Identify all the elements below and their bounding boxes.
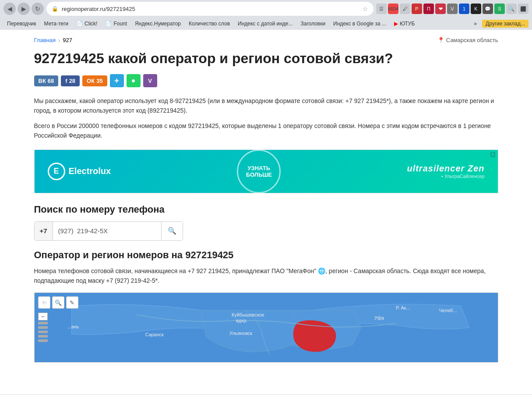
other-bookmarks-button[interactable]: Другие заклад...: [482, 20, 528, 28]
bookmark-yn-label: Яндекс.Нумератор: [135, 21, 181, 27]
operator-desc-text: Номера телефонов сотовой связи, начинающ…: [34, 267, 486, 284]
region-map[interactable]: ☜ 🔍 ✎ −: [34, 292, 498, 363]
bookmark-meta-label: Мета-теги: [44, 21, 69, 27]
svg-text:Ульяновск: Ульяновск: [229, 331, 252, 336]
bookmark-wc-label: Количество слов: [189, 21, 230, 27]
advertisement-banner[interactable]: i E Electrolux УЗНАТЬ БОЛЬШЕ ultrasilenc…: [34, 149, 498, 193]
viber-icon: V: [148, 78, 152, 84]
share-telegram-button[interactable]: ✈: [110, 74, 124, 87]
bookmark-translator-label: Переводчик: [7, 21, 36, 27]
svg-text:Р. Ак...: Р. Ак...: [396, 305, 410, 310]
breadcrumb-left: Главная › 927: [34, 37, 73, 43]
ad-right-content: ultrasilencer Zen • УльтраСайленсер: [407, 164, 484, 179]
browser-action-icons: ☰ 6604 🖊 P П ❤ V 1 K 💬 S 🔍 ⬛: [376, 4, 528, 14]
map-zoom-minus[interactable]: −: [38, 313, 48, 320]
electrolux-text: Electrolux: [69, 166, 111, 176]
lock-icon: 🔒: [52, 6, 58, 12]
map-toolbar: ☜ 🔍 ✎: [38, 296, 78, 309]
region-name: Самарская область: [446, 37, 498, 43]
ad-sub-text: • УльтраСайленсер: [407, 174, 484, 179]
back-button[interactable]: ◀: [4, 3, 16, 15]
extension-icon-6[interactable]: ❤: [435, 4, 446, 14]
bookmark-fount[interactable]: 📄 Fount: [102, 20, 130, 28]
breadcrumb: Главная › 927 📍 Самарская область: [34, 37, 498, 43]
zoom-bar-2: [38, 326, 48, 329]
share-ok-button[interactable]: ОК 35: [82, 75, 107, 86]
svg-text:Куйбышевское: Куйбышевское: [232, 313, 264, 318]
extension-icon-8[interactable]: 1: [459, 4, 469, 14]
extension-icon-3[interactable]: 🖊: [400, 4, 410, 14]
breadcrumb-home-link[interactable]: Главная: [34, 37, 56, 43]
address-bar[interactable]: 🔒 ☆: [46, 2, 373, 16]
bookmark-translator[interactable]: Переводчик: [4, 20, 40, 28]
zoom-bar-3: [38, 331, 48, 333]
fb-icon: f: [65, 78, 67, 84]
svg-text:...ань: ...ань: [67, 324, 79, 329]
bookmark-google-index[interactable]: Индекс в Google за ...: [330, 20, 390, 28]
extension-icon-7[interactable]: V: [447, 4, 458, 14]
extension-icon-13[interactable]: ⬛: [518, 4, 528, 14]
bookmark-yt-label: ЮТУБ: [400, 21, 415, 27]
page-content: Главная › 927 📍 Самарская область 927219…: [0, 30, 532, 394]
phone-search-section: Поиск по номеру телефона +7 🔍: [34, 204, 498, 241]
electrolux-icon: E: [48, 163, 65, 180]
fb-count: 28: [69, 78, 75, 84]
refresh-button[interactable]: ↻: [32, 3, 44, 15]
ad-badge: i: [490, 152, 495, 157]
map-zoom-tool[interactable]: 🔍: [52, 296, 64, 309]
extension-icon-1[interactable]: ☰: [376, 4, 387, 14]
vk-count: 68: [48, 78, 54, 84]
ad-cta-line2: БОЛЬШЕ: [246, 171, 272, 178]
bookmark-word-count[interactable]: Количество слов: [185, 20, 233, 28]
page-title: 927219425 какой оператор и регион сотово…: [34, 50, 498, 67]
bookmarks-bar: Переводчик Мета-теги 📄 Click! 📄 Fount Ян…: [0, 18, 532, 30]
bookmark-gi-label: Индекс в Google за ...: [333, 21, 386, 27]
ad-brand-name: ultrasilencer Zen: [407, 164, 484, 174]
breadcrumb-current: 927: [63, 37, 72, 43]
extension-icon-4[interactable]: P: [412, 4, 422, 14]
phone-search-button[interactable]: 🔍: [161, 222, 183, 240]
breadcrumb-separator: ›: [58, 37, 60, 43]
map-hand-tool[interactable]: ☜: [38, 296, 50, 309]
map-draw-tool[interactable]: ✎: [66, 296, 78, 309]
search-section-title: Поиск по номеру телефона: [34, 204, 498, 215]
extension-icon-10[interactable]: 💬: [483, 4, 493, 14]
bookmark-yandex-numerator[interactable]: Яндекс.Нумератор: [131, 20, 184, 28]
browser-topbar: ◀ ▶ ↻ 🔒 ☆ ☰ 6604 🖊 P П ❤ V 1 K 💬 S 🔍 ⬛: [0, 0, 532, 18]
bookmark-yt-icon: ▶: [394, 21, 398, 27]
extension-icon-2[interactable]: 6604: [388, 4, 398, 14]
bookmark-headers[interactable]: Заголовки: [297, 20, 329, 28]
extension-icon-12[interactable]: 🔍: [506, 4, 517, 14]
bookmark-click-icon: 📄: [76, 21, 83, 27]
ok-icon: ОК: [87, 78, 95, 84]
ad-logo: E Electrolux: [48, 163, 111, 180]
extension-icon-11[interactable]: S: [494, 4, 505, 14]
page-inner: Главная › 927 📍 Самарская область 927219…: [25, 30, 507, 378]
forward-button[interactable]: ▶: [18, 3, 30, 15]
share-viber-button[interactable]: V: [143, 74, 157, 87]
share-whatsapp-button[interactable]: ●: [127, 74, 141, 87]
extension-icon-5[interactable]: П: [423, 4, 434, 14]
phone-prefix: +7: [35, 222, 53, 240]
search-icon: 🔍: [168, 227, 176, 235]
ad-cta-line1: УЗНАТЬ: [247, 165, 270, 171]
extension-icon-9[interactable]: K: [471, 4, 481, 14]
bookmark-youtube[interactable]: ▶ ЮТУБ: [391, 20, 418, 28]
bookmarks-more-button[interactable]: »: [471, 20, 479, 28]
bookmark-index-date[interactable]: Индекс с датой инде...: [234, 20, 296, 28]
bookmark-star-icon[interactable]: ☆: [363, 5, 368, 12]
bookmark-click[interactable]: 📄 Click!: [73, 20, 101, 28]
location-pin-icon: 📍: [437, 37, 444, 43]
bookmark-fount-label: Fount: [113, 21, 127, 27]
svg-text:Саранск: Саранск: [145, 332, 164, 337]
ad-cta-button[interactable]: УЗНАТЬ БОЛЬШЕ: [237, 149, 281, 193]
bookmark-meta[interactable]: Мета-теги: [41, 20, 72, 28]
url-input[interactable]: [62, 6, 359, 12]
zoom-bar-5: [38, 339, 48, 342]
share-vk-button[interactable]: ВК 68: [34, 75, 59, 86]
bookmark-fount-icon: 📄: [105, 21, 112, 27]
share-fb-button[interactable]: f 28: [61, 75, 80, 86]
vk-icon: ВК: [39, 78, 46, 84]
phone-search-input[interactable]: [53, 222, 161, 240]
map-zoom-controls: −: [38, 313, 48, 342]
